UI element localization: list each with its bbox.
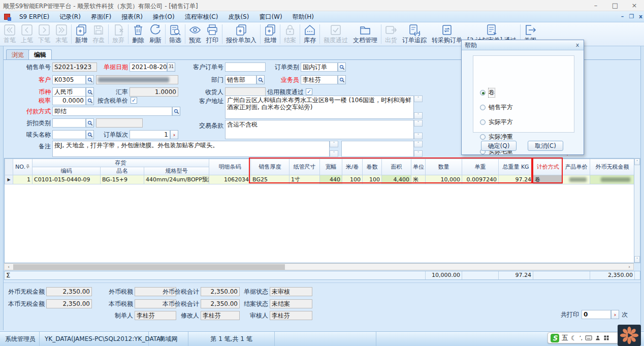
document-manage-button[interactable]: 文档管理 [350,23,380,45]
refresh-button[interactable]: 刷新 [147,23,164,45]
col-spec[interactable]: 规格型号 [144,167,209,175]
grid-vertical-scrollbar[interactable]: ˄˅ [634,158,640,263]
tax-rate-field[interactable]: 0.0000 [52,96,86,105]
aux-textarea[interactable] [341,141,414,157]
cell-name[interactable]: BG-15+9 [101,175,144,184]
print-button[interactable]: 打印 [204,23,221,45]
col-tube[interactable]: 纸管尺寸 [289,159,320,175]
col-foreign-amount[interactable]: 外币无税金额 [590,159,635,175]
remark-textarea[interactable]: 按J, 天地盒，打井字带，外包缠绕膜。外包装加贴客户唛头。 [52,141,330,157]
cancel-button[interactable]: 取消(C) [528,141,563,151]
payment-field[interactable]: 即结 [52,107,172,116]
address-textarea[interactable]: 广州白云区人和镇白米布秀水工业区8号一楼 (106国道，时利和海鲜酒家正对面, … [225,96,414,119]
delete-button[interactable]: 删除 [130,23,147,45]
new-button[interactable]: 新增 [73,23,90,45]
aux-scroll[interactable]: ˄˅ [414,141,423,157]
col-code[interactable]: 编码 [33,167,101,175]
scrollbar-thumb[interactable] [13,264,285,270]
table-row[interactable]: ▶ 1 C0101-015-0440-09 BG-15+9 440mm/24um… [5,175,635,184]
order-type-field[interactable]: 国内订单 [301,62,338,72]
scroll-up-icon[interactable]: ˄ [414,96,423,102]
salesman-field[interactable]: 李桂芬 [301,75,338,84]
menu-s9erp[interactable]: S9 ERP(E) [14,11,54,22]
cell-unit-weight[interactable]: 0.0097240 [462,175,499,184]
col-product-price[interactable]: 产品单价 [563,159,590,175]
col-group-inventory[interactable]: 存货 [33,159,209,167]
scroll-down-icon[interactable]: ˅ [414,150,423,157]
col-unit-weight[interactable]: 单重 [462,159,499,175]
window-minimize-button[interactable]: – [588,0,603,11]
scroll-up-icon[interactable]: ˄ [634,159,640,165]
cell-qty[interactable]: 10,000 [426,175,462,184]
mark-name-lookup-button[interactable] [86,130,94,139]
grid-horizontal-scrollbar[interactable]: ‹ › [4,263,634,270]
punctuation-icon[interactable]: ’, [579,335,583,341]
cell-foreign-amount[interactable] [590,175,635,184]
currency-field[interactable]: 人民币 [52,87,86,97]
cell-pricing-method[interactable]: 卷 [533,175,563,184]
to-purchase-order-button[interactable]: 转采购订单 [429,23,465,45]
cell-total-weight[interactable]: 97.24 [499,175,533,184]
scroll-left-icon[interactable]: ‹ [5,264,13,270]
order-type-lookup-button[interactable] [338,62,346,72]
cell-barcode[interactable]: 1062034 [209,175,251,184]
customer-field[interactable]: K0305 [52,75,86,84]
scroll-down-icon[interactable]: ˅ [330,150,338,157]
order-track-button[interactable]: 订单追踪 [400,23,429,45]
scroll-down-icon[interactable]: ˅ [414,112,423,119]
discount-type-lookup-button[interactable] [86,118,94,128]
print-count-field[interactable]: 0 [582,310,611,319]
scroll-down-icon[interactable]: ˅ [634,256,640,263]
menu-interface[interactable]: 界面(F) [86,11,116,22]
inventory-button[interactable]: 库存 [301,23,318,45]
col-barcode[interactable]: 明细条码 [209,159,251,175]
salesman-lookup-button[interactable] [338,75,346,84]
preview-button[interactable]: 预览 [186,23,204,45]
customer-order-field[interactable] [225,62,266,72]
col-area[interactable]: 面积 [382,159,411,175]
tax-rate-lookup-button[interactable] [86,96,94,105]
cell-width[interactable]: 440 [320,175,342,184]
menu-skin[interactable]: 皮肤(S) [223,11,254,22]
col-width[interactable]: 宽幅 [320,159,342,175]
tax-included-checkbox[interactable]: ✓ [131,97,137,104]
currency-lookup-button[interactable] [86,87,94,97]
cell-no[interactable]: 1 [13,175,33,184]
order-version-spinner[interactable]: › [170,130,178,139]
mdi-restore-button[interactable]: ❐ [628,12,635,21]
print-count-spinner[interactable]: › [611,310,619,319]
batch-add-button[interactable]: 批增 [262,23,279,45]
cell-area[interactable]: 4,400 [382,175,411,184]
ok-button[interactable]: 确定(Q) [481,141,517,151]
department-field[interactable]: 销售部 [225,75,256,84]
scroll-right-icon[interactable]: › [625,264,633,270]
address-scroll[interactable]: ˄˅ [414,96,423,119]
tab-browse[interactable]: 浏览 [6,49,29,60]
scroll-up-icon[interactable]: ˄ [414,141,423,147]
tab-edit[interactable]: 编辑 [28,49,52,60]
remark-scroll[interactable]: ˄˅ [330,141,338,157]
filter-button[interactable]: 筛选 [167,23,184,45]
scroll-down-icon[interactable]: ˅ [414,133,423,139]
menu-operation[interactable]: 操作(O) [148,11,180,22]
col-total-weight[interactable]: 总重量 KG [499,159,533,175]
toolbox-grid-icon[interactable] [603,335,609,341]
trade-terms-scroll[interactable]: ˄˅ [414,120,423,139]
cell-code[interactable]: C0101-015-0440-09 [33,175,101,184]
discount-type-field[interactable] [52,118,86,128]
customer-lookup-button[interactable] [86,75,94,84]
payment-lookup-button[interactable] [172,107,180,116]
radio-actual-sqm[interactable]: 实际平方 [480,118,513,127]
person-icon[interactable] [595,335,601,341]
col-no[interactable]: NO. [13,159,33,175]
col-qty[interactable]: 数量 [426,159,462,175]
scroll-up-icon[interactable]: ˄ [330,141,338,147]
cell-thickness[interactable]: BG25 [251,175,289,184]
ime-mode-icon[interactable]: 五 [562,333,568,342]
help-dialog-titlebar[interactable]: 帮助 x [462,40,584,50]
quote-import-button[interactable]: 报价单加入 [223,23,259,45]
cell-rolls[interactable]: 100 [363,175,382,184]
trade-terms-textarea[interactable]: 含运不含税 [225,120,414,139]
ime-toolbar[interactable]: S 五 ☾ ’, [548,332,619,343]
radio-actual-net-weight[interactable]: 实际净重 [480,133,513,141]
